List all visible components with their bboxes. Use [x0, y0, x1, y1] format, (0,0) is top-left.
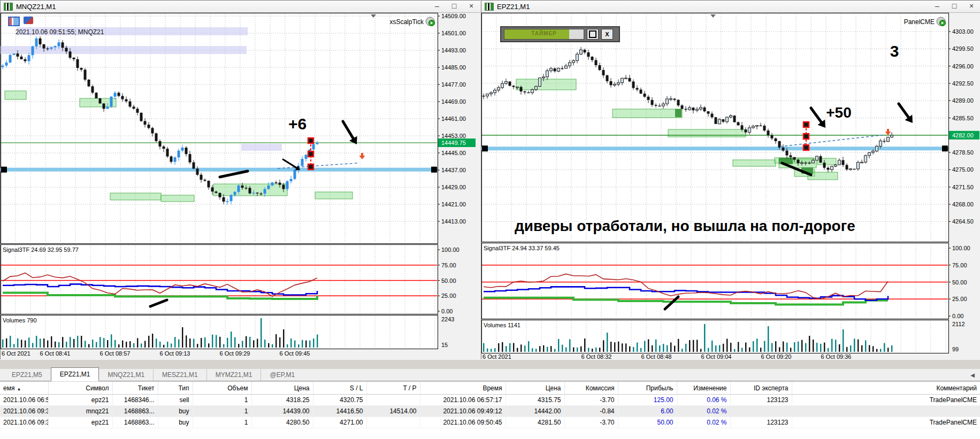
svg-text:25.00: 25.00 — [441, 292, 456, 299]
window-controls: – □ × — [931, 2, 977, 11]
svg-text:14429.00: 14429.00 — [441, 184, 466, 190]
maximize-button[interactable]: □ — [448, 2, 460, 11]
column-header-4[interactable]: Объем — [193, 382, 251, 395]
cell — [730, 406, 792, 417]
column-header-1[interactable]: Символ — [48, 382, 112, 395]
svg-text:4271.50: 4271.50 — [952, 184, 974, 190]
column-header-11[interactable]: Прибыль — [618, 382, 677, 395]
cell: 0.02 % — [677, 417, 730, 428]
cell: 1468863... — [112, 406, 158, 417]
column-header-8[interactable]: Время — [420, 382, 506, 395]
column-header-13[interactable]: ID эксперта — [730, 382, 792, 395]
cell: 1468346... — [112, 395, 158, 406]
chart-area[interactable]: Signal3TF 24.94 33.37 59.45Volumes 11414… — [481, 13, 980, 360]
window-controls: – □ × — [431, 2, 477, 11]
column-header-6[interactable]: S / L — [313, 382, 366, 395]
svg-text:14469.00: 14469.00 — [441, 98, 466, 105]
chart-area[interactable]: Signal3TF 24.69 32.95 59.77Volumes 79014… — [1, 13, 480, 360]
svg-text:0.00: 0.00 — [952, 313, 963, 319]
column-header-5[interactable]: Цена — [251, 382, 313, 395]
column-header-7[interactable]: T / P — [366, 382, 420, 395]
svg-text:25.00: 25.00 — [952, 296, 967, 302]
window-title: EPZ21,M1 — [497, 3, 530, 11]
svg-text:xsScalpTick: xsScalpTick — [389, 18, 424, 26]
timer-close-button[interactable]: X — [601, 29, 613, 40]
column-header-14[interactable]: Комментарий — [792, 382, 980, 395]
cell: 2021.10.06 09:49:12 — [420, 406, 506, 417]
cell: buy — [158, 406, 193, 417]
chart-window-icon — [485, 3, 494, 11]
svg-text:2243: 2243 — [441, 316, 454, 322]
svg-text:14413.00: 14413.00 — [441, 218, 466, 225]
timer-panel: ТАЙМЕР X — [500, 26, 620, 42]
timer-label: ТАЙМЕР — [504, 30, 584, 36]
chart-window-mnqz21: MNQZ21,M1 – □ × Signal3TF 24.69 32.95 59… — [0, 0, 481, 361]
book-icon[interactable] — [24, 17, 33, 24]
cell: 2021.10.06 09:3... — [0, 417, 48, 428]
maximize-button[interactable]: □ — [948, 2, 960, 11]
cell: TradePanelCME — [792, 395, 980, 406]
cell: 4320.75 — [313, 395, 366, 406]
svg-text:4264.50: 4264.50 — [952, 218, 974, 225]
tab-mymz21m1[interactable]: MYMZ21,M1 — [206, 369, 261, 381]
close-button[interactable]: × — [465, 2, 477, 11]
svg-text:4275.00: 4275.00 — [952, 166, 974, 173]
svg-text:14437.00: 14437.00 — [441, 167, 466, 173]
cell: 1468863... — [112, 417, 158, 428]
chart-window-icon — [4, 3, 13, 11]
svg-text:диверы отработали, но вышла на: диверы отработали, но вышла на пол-дорог… — [515, 218, 855, 234]
tab-epz21m1[interactable]: EPZ21,M1 — [51, 367, 99, 381]
column-header-2[interactable]: Тикет — [112, 382, 158, 395]
cell: 1 — [193, 395, 251, 406]
tab-mnqz21m1[interactable]: MNQZ21,M1 — [99, 369, 153, 381]
tab-scroll-left-icon[interactable]: ◀ — [970, 372, 975, 378]
svg-text:6 Oct 09:45: 6 Oct 09:45 — [280, 350, 310, 357]
column-header-3[interactable]: Тип — [158, 382, 193, 395]
svg-text:14461.00: 14461.00 — [441, 115, 466, 122]
column-header-12[interactable]: Изменение — [677, 382, 730, 395]
trade-history-table: емя▲СимволТикетТипОбъемЦенаS / LT / PВре… — [0, 382, 980, 428]
svg-text:14501.00: 14501.00 — [441, 30, 466, 36]
svg-text:4282.00: 4282.00 — [952, 132, 974, 138]
tab-epz21m5[interactable]: EPZ21,M5 — [3, 369, 51, 381]
data-window-icon[interactable] — [8, 17, 20, 26]
column-header-0[interactable]: емя▲ — [0, 382, 48, 395]
cell: 123123 — [730, 395, 792, 406]
chart-tab-bar: EPZ21,M5EPZ21,M1MNQZ21,M1MESZ21,M1MYMZ21… — [0, 369, 980, 381]
cell: -3.70 — [564, 395, 618, 406]
close-button[interactable]: × — [966, 2, 977, 11]
svg-text:75.00: 75.00 — [952, 262, 967, 268]
svg-text:4299.50: 4299.50 — [952, 45, 974, 52]
cell: 2021.10.06 06:5... — [0, 395, 48, 406]
cell: 123123 — [730, 417, 792, 428]
tab-mesz21m1[interactable]: MESZ21,M1 — [153, 369, 206, 381]
window-titlebar[interactable]: MNQZ21,M1 – □ × — [1, 1, 480, 13]
svg-text:6 Oct 2021: 6 Oct 2021 — [2, 350, 30, 357]
cell: 4280.50 — [251, 417, 313, 428]
column-header-10[interactable]: Комиссия — [564, 382, 618, 395]
window-titlebar[interactable]: EPZ21,M1 – □ × — [481, 1, 980, 13]
cell: 0.02 % — [677, 406, 730, 417]
cell: epz21 — [48, 395, 112, 406]
svg-text:+6: +6 — [288, 115, 307, 133]
timer-restore-button[interactable] — [587, 29, 599, 40]
svg-text:6 Oct 09:13: 6 Oct 09:13 — [160, 350, 190, 357]
cell: epz21 — [48, 417, 112, 428]
table-row[interactable]: 2021.10.06 06:5...epz211468346...sell143… — [0, 395, 980, 406]
svg-text:14453.00: 14453.00 — [441, 133, 466, 139]
tab-epm1[interactable]: @EP,M1 — [261, 369, 303, 381]
svg-text:100.00: 100.00 — [952, 245, 970, 251]
cell: 6.00 — [618, 406, 677, 417]
chart-window-epz21: EPZ21,M1 – □ × Signal3TF 24.94 33.37 59.… — [481, 0, 980, 361]
svg-text:15: 15 — [441, 342, 448, 348]
window-title: MNQZ21,M1 — [16, 3, 56, 11]
minimize-button[interactable]: – — [931, 2, 943, 11]
table-row[interactable]: 2021.10.06 09:3...mnqz211468863...buy114… — [0, 406, 980, 417]
svg-text:4268.00: 4268.00 — [952, 201, 974, 207]
epz21-chart-svg: Signal3TF 24.94 33.37 59.45Volumes 11414… — [481, 13, 979, 360]
table-row[interactable]: 2021.10.06 09:3...epz211468863...buy1428… — [0, 417, 980, 428]
cell: 1 — [193, 406, 251, 417]
cell — [366, 395, 420, 406]
minimize-button[interactable]: – — [431, 2, 443, 11]
column-header-9[interactable]: Цена — [506, 382, 564, 395]
